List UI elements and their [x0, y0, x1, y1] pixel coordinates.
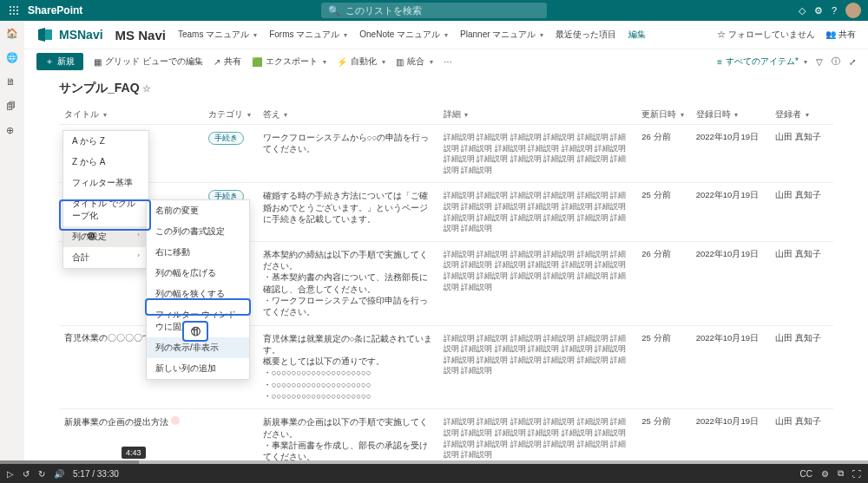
expand-icon[interactable]: ⤢: [849, 57, 856, 67]
nav-teams[interactable]: Teams マニュアル▾: [178, 29, 257, 41]
svg-point-0: [10, 6, 11, 8]
play-icon[interactable]: ▷: [7, 469, 14, 479]
follow-button[interactable]: ☆ フォローしていません: [717, 29, 815, 41]
site-name[interactable]: MS Navi: [115, 28, 166, 42]
svg-point-6: [10, 13, 11, 15]
nav-recent[interactable]: 最近使った項目: [556, 29, 616, 41]
top-nav: Teams マニュアル▾ Forms マニュアル▾ OneNote マニュアル▾…: [178, 29, 646, 41]
search-placeholder: このリストを検索: [345, 4, 422, 17]
col-answer[interactable]: 答え ▾: [258, 105, 438, 125]
status-badge-icon: [171, 416, 180, 425]
table-row[interactable]: ださい。 手続き ワークフローシステムから○○の申請を行ってください。 詳細説明…: [59, 125, 833, 183]
settings-player-icon[interactable]: ⚙: [821, 469, 829, 479]
forward-icon[interactable]: ↻: [38, 469, 45, 479]
col-updated[interactable]: 更新日時 ▾: [636, 105, 690, 125]
col-author[interactable]: 登録者 ▾: [770, 105, 833, 125]
col-detail[interactable]: 詳細 ▾: [438, 105, 637, 125]
col-registered[interactable]: 登録日時 ▾: [691, 105, 770, 125]
video-player-bar: ▷ ↺ ↻ 🔊 5:17 / 33:30 CC ⚙ ⧉ ⛶: [0, 464, 868, 483]
nav-onenote[interactable]: OneNote マニュアル▾: [359, 29, 448, 41]
video-time: 5:17 / 33:30: [73, 469, 119, 479]
volume-icon[interactable]: 🔊: [54, 469, 64, 479]
files-icon[interactable]: 🗎: [6, 76, 18, 88]
site-logo[interactable]: MSNavi: [36, 26, 103, 43]
suite-app-name[interactable]: SharePoint: [28, 4, 82, 16]
col-category[interactable]: カテゴリ ▾: [203, 105, 257, 125]
export-button[interactable]: 🟩 エクスポート ▾: [252, 55, 326, 68]
suite-bar: SharePoint 🔍 このリストを検索 ◇ ⚙ ?: [0, 0, 868, 21]
more-button[interactable]: ⋯: [444, 57, 452, 67]
menu-group-by[interactable]: タイトル でグループ化: [63, 193, 148, 226]
automate-button[interactable]: ⚡ 自動化 ▾: [337, 55, 385, 68]
filter-icon[interactable]: ▽: [816, 57, 823, 67]
grid-edit-button[interactable]: ▦ グリッド ビューでの編集: [94, 55, 203, 68]
svg-point-1: [13, 6, 15, 8]
rewind-icon[interactable]: ↺: [23, 469, 30, 479]
new-button[interactable]: ＋ 新規: [36, 53, 83, 70]
create-icon[interactable]: ⊕: [6, 125, 18, 137]
favorite-icon[interactable]: ☆: [142, 83, 151, 94]
news-icon[interactable]: 🗐: [6, 101, 18, 113]
menu-sort-az[interactable]: A から Z: [63, 131, 148, 152]
svg-point-4: [13, 10, 15, 11]
svg-point-8: [16, 13, 18, 15]
nav-forms[interactable]: Forms マニュアル▾: [269, 29, 347, 41]
svg-point-5: [16, 10, 18, 11]
share-button[interactable]: ↗ 共有: [214, 55, 241, 68]
submenu-format[interactable]: この列の書式設定: [147, 221, 249, 242]
user-avatar[interactable]: [845, 3, 861, 18]
col-title[interactable]: タイトル ▾: [59, 105, 203, 125]
column-settings-submenu: 名前の変更 この列の書式設定 右に移動 列の幅を広げる 列の幅を狭くする フィル…: [146, 199, 250, 380]
pip-icon[interactable]: ⧉: [838, 468, 844, 479]
share-site-button[interactable]: 👥 共有: [825, 29, 856, 41]
nav-planner[interactable]: Planner マニュアル▾: [460, 29, 543, 41]
menu-sort-za[interactable]: Z から A: [63, 152, 148, 173]
help-icon[interactable]: ?: [832, 5, 837, 16]
app-rail: 🏠 🌐 🗎 🗐 ⊕: [0, 21, 24, 464]
menu-filter-by[interactable]: フィルター基準: [63, 173, 148, 193]
annotation-number-11: ⑪: [182, 321, 208, 342]
fullscreen-icon[interactable]: ⛶: [852, 469, 861, 479]
svg-point-2: [16, 6, 18, 8]
submenu-move-right[interactable]: 右に移動: [147, 242, 249, 263]
svg-point-3: [10, 10, 11, 11]
annotation-number-10: ⑩: [87, 231, 95, 242]
home-icon[interactable]: 🏠: [6, 28, 18, 40]
list-title: サンプル_FAQ ☆: [59, 81, 833, 96]
globe-icon[interactable]: 🌐: [6, 52, 18, 64]
column-menu: A から Z Z から A フィルター基準 タイトル でグループ化 列の設定› …: [62, 130, 149, 269]
menu-totals[interactable]: 合計›: [63, 247, 148, 268]
submenu-widen[interactable]: 列の幅を広げる: [147, 263, 249, 284]
table-row[interactable]: 新規事業の企画の提出方法 新規事業の企画は以下の手順で実施してください。 ・事業…: [59, 409, 833, 464]
view-selector[interactable]: ≡ すべてのアイテム* ▾: [717, 55, 807, 68]
integrate-button[interactable]: ▥ 統合 ▾: [396, 55, 433, 68]
submenu-rename[interactable]: 名前の変更: [147, 200, 249, 221]
premium-icon[interactable]: ◇: [799, 5, 806, 16]
command-bar: ＋ 新規 ▦ グリッド ビューでの編集 ↗ 共有 🟩 エクスポート ▾ ⚡ 自動…: [24, 49, 868, 74]
search-icon: 🔍: [328, 5, 340, 16]
cc-icon[interactable]: CC: [800, 469, 812, 479]
info-icon[interactable]: ⓘ: [832, 55, 840, 68]
category-pill: 手続き: [208, 132, 244, 145]
submenu-narrow[interactable]: 列の幅を狭くする: [147, 284, 249, 304]
seek-tooltip: 4:43: [122, 447, 146, 459]
nav-edit[interactable]: 編集: [628, 29, 646, 41]
svg-point-7: [13, 13, 15, 15]
suite-search-box[interactable]: 🔍 このリストを検索: [321, 3, 547, 18]
settings-icon[interactable]: ⚙: [814, 5, 823, 16]
submenu-add-column[interactable]: 新しい列の追加: [147, 358, 249, 379]
site-header: MSNavi MS Navi Teams マニュアル▾ Forms マニュアル▾…: [24, 21, 868, 49]
menu-column-settings[interactable]: 列の設定›: [63, 226, 148, 247]
svg-rect-9: [45, 29, 52, 40]
app-launcher-icon[interactable]: [7, 3, 21, 17]
